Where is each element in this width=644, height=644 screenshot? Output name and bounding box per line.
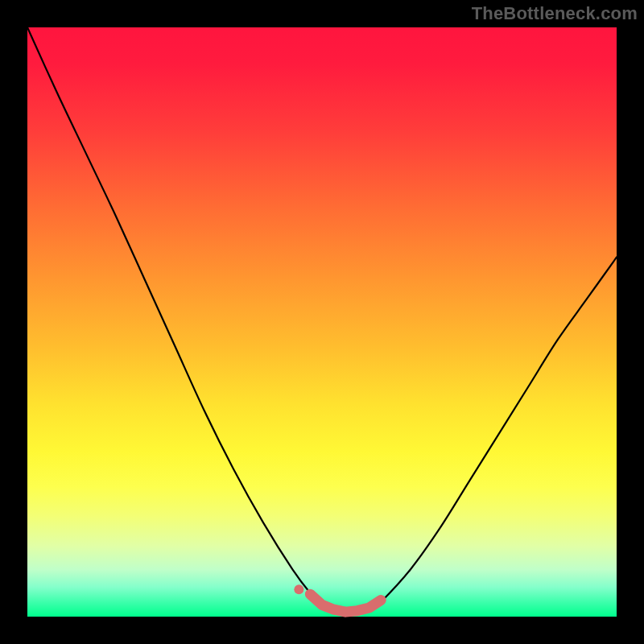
- chart-svg: [27, 27, 617, 617]
- bottleneck-curve: [27, 27, 617, 613]
- optimal-range-start-dot: [294, 584, 303, 594]
- watermark-label: TheBottleneck.com: [472, 3, 638, 24]
- chart-frame: TheBottleneck.com: [0, 0, 644, 644]
- optimal-range-line: [310, 594, 381, 612]
- plot-area: [27, 27, 617, 617]
